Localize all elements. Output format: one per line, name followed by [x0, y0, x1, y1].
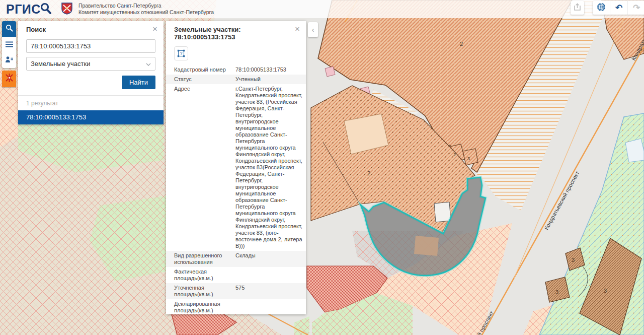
rgis-logo-text: РГИС [6, 3, 41, 16]
globe-button[interactable] [593, 1, 610, 15]
menu-icon [6, 40, 13, 49]
search-input[interactable] [26, 39, 155, 53]
attr-label: Статус [166, 76, 230, 83]
layer-select-value: Земельные участки [31, 60, 90, 68]
map-parcel-notch [434, 202, 451, 222]
close-icon[interactable]: × [294, 26, 301, 33]
search-panel-title: Поиск [26, 26, 46, 33]
gov-line1: Правительство Санкт-Петербурга [78, 3, 214, 9]
table-row: Адрес г.Санкт-Петербург, Кондратьевский … [166, 84, 306, 251]
gov-line2: Комитет имущественных отношений Санкт-Пе… [78, 9, 214, 16]
map-tab-pink-1 [325, 66, 335, 77]
map-tab-3 [463, 149, 478, 165]
layer-select[interactable]: Земельные участки [26, 57, 155, 71]
search-result-item[interactable]: 78:10:0005133:1753 [18, 110, 164, 124]
table-row: Статус Учтенный [166, 75, 306, 84]
chevron-down-icon [146, 60, 151, 68]
parcel-label: 3 [572, 257, 575, 263]
table-row: Вид разрешенного использования Склады [166, 251, 306, 267]
user-list-icon [5, 56, 13, 65]
redo-button[interactable]: ↷ [628, 1, 644, 15]
parcel-label: 2 [453, 152, 456, 157]
attr-value [230, 269, 303, 282]
attr-value [230, 301, 303, 314]
rgis-logo[interactable]: РГИС [6, 1, 52, 17]
parcel-label: 3 [555, 289, 558, 295]
table-row: Фактическая площадь(кв.м.) [166, 267, 306, 283]
sidebar-item-user[interactable] [2, 52, 16, 68]
spb-coat-of-arms-icon [60, 2, 73, 17]
parcel-label: 2 [367, 170, 370, 176]
spb-emblem-icon [5, 74, 14, 84]
attr-label: Кадастровый номер [166, 66, 230, 73]
attr-label: Фактическая площадь(кв.м.) [166, 269, 230, 282]
sidebar [2, 21, 16, 68]
search-panel: Поиск × Земельные участки Найти 1 резуль… [18, 21, 164, 124]
attr-label: Вид разрешенного использования [166, 252, 230, 265]
attr-label: Уточненная площадь(кв.м.) [166, 285, 230, 298]
sidebar-item-search[interactable] [2, 21, 16, 37]
export-button[interactable] [571, 1, 584, 15]
search-icon [6, 24, 13, 34]
header-bar: РГИС Правительство Санкт-Петербурга Коми… [0, 0, 644, 18]
find-button[interactable]: Найти [122, 76, 155, 89]
svg-text:?: ? [180, 51, 183, 56]
details-panel-title: Земельные участки: 78:10:0005133:1753 [174, 26, 294, 41]
parcel-label: 2 [460, 41, 463, 47]
redo-icon: ↷ [633, 4, 640, 12]
undo-icon: ↶ [615, 4, 622, 12]
show-geometry-button[interactable]: ? [174, 46, 188, 60]
panel-collapse-button[interactable]: ‹ [308, 22, 318, 37]
details-panel: Земельные участки: 78:10:0005133:1753 × … [166, 21, 306, 314]
close-icon[interactable]: × [151, 26, 158, 33]
sidebar-item-emblem[interactable] [2, 71, 16, 87]
parcel-label: 3 [467, 156, 470, 161]
globe-icon [597, 3, 606, 14]
export-icon [574, 3, 581, 13]
attr-label: Адрес [166, 86, 230, 249]
attr-value: г.Санкт-Петербург, Кондратьевский проспе… [230, 86, 303, 249]
attr-value: Склады [230, 252, 303, 265]
parcel-label: 3 [604, 288, 607, 294]
table-row: Декларированная площадь(кв.м.) [166, 299, 306, 314]
map-building-inside [414, 236, 439, 256]
geometry-help-icon: ? [177, 49, 185, 57]
results-count: 1 результат [18, 96, 164, 110]
gov-header-text: Правительство Санкт-Петербурга Комитет и… [78, 3, 214, 16]
sidebar-item-menu[interactable] [2, 37, 16, 52]
map-tools-group: ↶ ↷ [593, 1, 644, 15]
attr-value: 575 [230, 285, 303, 298]
attr-value: Учтенный [230, 76, 303, 83]
map-parcel-white [625, 139, 644, 162]
undo-button[interactable]: ↶ [610, 1, 628, 15]
table-row: Уточненная площадь(кв.м.) 575 [166, 283, 306, 299]
magnifier-logo-icon [39, 2, 52, 17]
attributes-table: Кадастровый номер 78:10:0005133:1753 Ста… [166, 65, 306, 314]
table-row: Кадастровый номер 78:10:0005133:1753 [166, 65, 306, 75]
attr-label: Декларированная площадь(кв.м.) [166, 301, 230, 314]
attr-value: 78:10:0005133:1753 [230, 66, 303, 73]
